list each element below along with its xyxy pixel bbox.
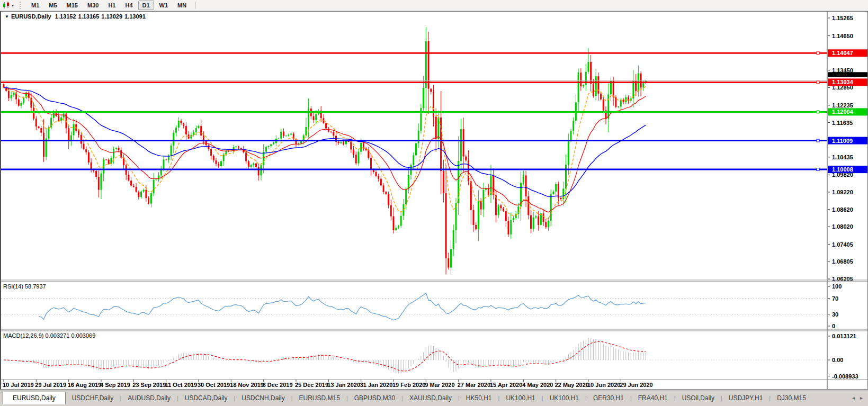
svg-text:1.11635: 1.11635 <box>832 120 853 126</box>
svg-text:30: 30 <box>832 311 838 318</box>
svg-text:1.09220: 1.09220 <box>832 189 853 195</box>
top-toolbar: ▾ M1M5M15M30H1H4D1W1MN <box>0 0 868 11</box>
tab-usdchf-daily[interactable]: USDCHF,Daily <box>66 392 120 404</box>
price-axis[interactable]: 1.152651.146501.134501.128501.122351.116… <box>827 11 868 390</box>
tab-usdcnh-daily[interactable]: USDCNH,Daily <box>235 392 291 404</box>
toolbar-separator <box>195 2 196 9</box>
candlestick-chart-icon[interactable] <box>2 2 11 9</box>
svg-text:18 Nov 2019: 18 Nov 2019 <box>230 382 264 388</box>
svg-text:1.14047: 1.14047 <box>832 50 853 56</box>
ohlc-low: 1.13029 <box>101 13 122 20</box>
svg-text:1.08020: 1.08020 <box>832 223 853 230</box>
timeframe-button-m30[interactable]: M30 <box>83 1 103 10</box>
rsi-indicator-label: RSI(14) 58.7937 <box>3 283 46 290</box>
svg-text:15 Apr 2020: 15 Apr 2020 <box>490 382 522 388</box>
svg-text:9 Mar 2020: 9 Mar 2020 <box>425 382 454 388</box>
svg-text:1.06205: 1.06205 <box>832 276 853 282</box>
timeframe-button-w1[interactable]: W1 <box>155 1 173 10</box>
symbol-label: EURUSD,Daily <box>11 13 51 20</box>
tab-scroll-right-icon[interactable]: ▸ <box>860 395 863 401</box>
svg-text:23 Sep 2019: 23 Sep 2019 <box>132 382 166 388</box>
chart-window: 1.152651.146501.134501.128501.122351.116… <box>0 11 868 390</box>
svg-text:19 Feb 2020: 19 Feb 2020 <box>392 382 425 388</box>
svg-text:70: 70 <box>832 295 838 302</box>
timeframe-button-h4[interactable]: H4 <box>121 1 137 10</box>
tab-hk50-h1[interactable]: HK50,H1 <box>460 392 498 404</box>
tab-fra40-h1[interactable]: FRA40,H1 <box>632 392 674 404</box>
symbol-tabs: EURUSD,DailyUSDCHF,Daily|AUDUSD,Daily|US… <box>0 392 812 404</box>
svg-text:25 Dec 2019: 25 Dec 2019 <box>295 382 328 388</box>
tab-dj30-m15[interactable]: DJ30,M15 <box>771 392 812 404</box>
svg-text:0: 0 <box>832 323 835 329</box>
svg-text:4 May 2020: 4 May 2020 <box>522 382 553 388</box>
svg-text:31 Jan 2020: 31 Jan 2020 <box>360 382 393 388</box>
timeframe-button-mn[interactable]: MN <box>173 1 191 10</box>
timeframe-buttons: M1M5M15M30H1H4D1W1MN <box>26 1 191 10</box>
tab-uk100-h1[interactable]: UK100,H1 <box>543 392 585 404</box>
svg-text:-0.008933: -0.008933 <box>832 373 858 380</box>
svg-text:6 Dec 2019: 6 Dec 2019 <box>263 382 293 388</box>
svg-text:27 Mar 2020: 27 Mar 2020 <box>458 382 490 388</box>
tab-scroll-left-icon[interactable]: ◂ <box>852 395 855 401</box>
svg-text:10 Jul 2019: 10 Jul 2019 <box>3 382 34 388</box>
ohlc-close: 1.13091 <box>124 13 146 20</box>
svg-text:1.14650: 1.14650 <box>832 33 853 39</box>
svg-text:1.12235: 1.12235 <box>832 102 853 109</box>
timeframe-button-h1[interactable]: H1 <box>104 1 120 10</box>
tab-usdjpy-h1[interactable]: USDJPY,H1 <box>722 392 769 404</box>
ohlc-open: 1.13152 <box>55 13 76 20</box>
svg-text:16 Aug 2019: 16 Aug 2019 <box>68 382 102 388</box>
svg-text:29 Jun 2020: 29 Jun 2020 <box>620 382 652 388</box>
toolbar-grip[interactable] <box>20 2 23 9</box>
tab-uk100-h1[interactable]: UK100,H1 <box>499 392 541 404</box>
svg-text:0.00: 0.00 <box>832 357 843 363</box>
svg-text:1.11009: 1.11009 <box>832 138 853 144</box>
svg-text:13 Jan 2020: 13 Jan 2020 <box>327 382 360 388</box>
svg-text:100: 100 <box>832 283 842 290</box>
svg-text:4 Sep 2019: 4 Sep 2019 <box>100 382 130 388</box>
timeframe-button-m5[interactable]: M5 <box>44 1 61 10</box>
svg-text:1.10008: 1.10008 <box>832 166 853 173</box>
svg-text:1.15265: 1.15265 <box>832 15 853 21</box>
symbol-tabbar: EURUSD,DailyUSDCHF,Daily|AUDUSD,Daily|US… <box>0 391 868 404</box>
tab-usdcad-daily[interactable]: USDCAD,Daily <box>178 392 234 404</box>
svg-text:11 Oct 2019: 11 Oct 2019 <box>165 382 198 388</box>
tab-eurusd-m15[interactable]: EURUSD,M15 <box>293 392 346 404</box>
ohlc-high: 1.13165 <box>78 13 100 20</box>
svg-text:29 Jul 2019: 29 Jul 2019 <box>35 382 66 388</box>
svg-text:30 Oct 2019: 30 Oct 2019 <box>198 382 230 388</box>
macd-indicator-label: MACD(12,26,9) 0.003271 0.003069 <box>3 332 95 339</box>
tab-scroll-buttons: ◂▸ <box>847 395 863 401</box>
svg-text:0.013121: 0.013121 <box>832 333 856 339</box>
timeframe-button-m1[interactable]: M1 <box>27 1 43 10</box>
tab-xauusd-daily[interactable]: XAUUSD,Daily <box>403 392 458 404</box>
chart-canvas[interactable]: 1.152651.146501.134501.128501.122351.116… <box>0 11 868 390</box>
timeframe-button-m15[interactable]: M15 <box>62 1 82 10</box>
tab-usoil-daily[interactable]: USOil,Daily <box>676 392 721 404</box>
tab-gbpusd-m30[interactable]: GBPUSD,M30 <box>348 392 401 404</box>
svg-text:1.13034: 1.13034 <box>832 79 854 85</box>
svg-text:1.08620: 1.08620 <box>832 206 853 213</box>
svg-text:10 Jun 2020: 10 Jun 2020 <box>587 382 620 388</box>
svg-text:22 May 2020: 22 May 2020 <box>555 382 589 388</box>
timeframe-button-d1[interactable]: D1 <box>138 1 154 10</box>
svg-text:1.13091: 1.13091 <box>832 73 847 77</box>
tab-audusd-daily[interactable]: AUDUSD,Daily <box>121 392 177 404</box>
svg-text:1.06805: 1.06805 <box>832 258 853 265</box>
collapse-caret-icon[interactable]: ▼ <box>5 14 9 19</box>
svg-text:1.10435: 1.10435 <box>832 154 853 160</box>
chart-header: ▼EURUSD,Daily 1.131521.131651.130291.130… <box>5 13 148 20</box>
svg-text:1.12004: 1.12004 <box>832 109 854 115</box>
tab-ger30-h1[interactable]: GER30,H1 <box>587 392 630 404</box>
tab-eurusd-daily[interactable]: EURUSD,Daily <box>3 392 66 404</box>
svg-text:1.07405: 1.07405 <box>832 241 853 248</box>
chart-type-dropdown-caret[interactable]: ▾ <box>11 3 16 8</box>
